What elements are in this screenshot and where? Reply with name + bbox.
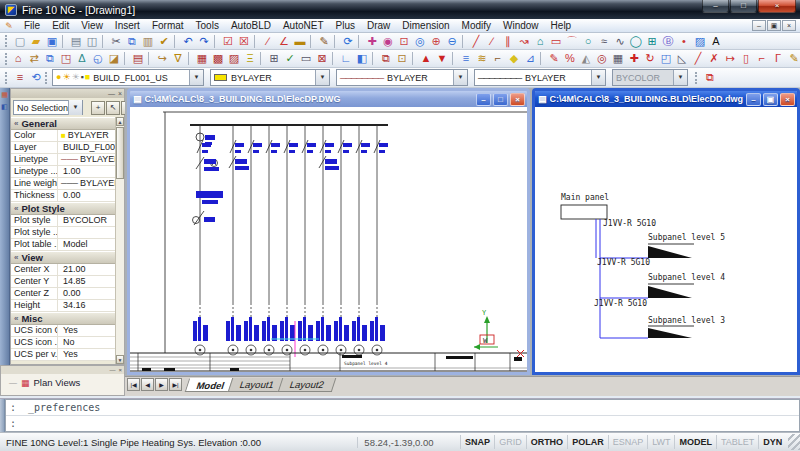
chevron-down-icon[interactable]: ▼ <box>68 100 82 115</box>
menu-item[interactable]: Window <box>497 19 545 32</box>
property-row[interactable]: Linetype ...1.00 <box>11 166 115 178</box>
property-row[interactable]: Center Y14.85 <box>11 276 115 288</box>
layer-on-bulb-icon[interactable]: ● <box>56 70 61 85</box>
layer-combo[interactable]: ●☀☀▪■ BUILD_FL001_US ▼ <box>52 69 204 86</box>
plan-views-item[interactable]: — ▦ Plan Views <box>1 374 124 388</box>
grid-icon[interactable]: ⊞ <box>266 51 282 66</box>
fillet-icon[interactable]: Γ <box>770 51 786 66</box>
status-toggle[interactable]: MODEL <box>674 435 716 449</box>
quick-select-plus-icon[interactable]: + <box>91 101 105 115</box>
wall-hatch1-icon[interactable]: ▦ <box>194 51 210 66</box>
maximize-button[interactable]: □ <box>730 0 757 13</box>
xline-tool-icon[interactable]: ∕ <box>484 34 500 49</box>
status-toggle[interactable]: ORTHO <box>526 435 568 449</box>
pipe-icon[interactable]: ⌐ <box>490 51 506 66</box>
zoom-out-icon[interactable]: ⊖ <box>444 34 460 49</box>
menu-item[interactable]: File <box>18 19 46 32</box>
section-general[interactable]: «General <box>11 117 115 130</box>
move-floor-icon[interactable]: ↪ <box>154 51 170 66</box>
tab-prev-button[interactable]: ◀ <box>141 378 154 391</box>
property-row[interactable]: Thickness0.00 <box>11 190 115 202</box>
wall-hatch3-icon[interactable]: ▨ <box>226 51 242 66</box>
property-row[interactable]: Plot table ...Model <box>11 239 115 251</box>
close-icon[interactable]: × <box>118 367 122 373</box>
palette-tab-icon[interactable]: ◧ <box>1 103 8 111</box>
mdi-minimize-icon[interactable]: – <box>752 20 766 31</box>
trim-icon[interactable]: ✗ <box>706 51 722 66</box>
building-definition-icon[interactable]: ⌂ <box>10 51 26 66</box>
minimize-button[interactable]: – <box>702 0 729 13</box>
child-close-button[interactable]: × <box>780 93 795 106</box>
wall-tool-icon[interactable]: ◳ <box>58 51 74 66</box>
blank-rect-icon[interactable]: ▭ <box>298 51 314 66</box>
menu-item[interactable]: AutoBLD <box>225 19 277 32</box>
property-row[interactable]: Plot styleBYCOLOR <box>11 215 115 227</box>
zoom-previous-icon[interactable]: ◎ <box>412 34 428 49</box>
menu-item[interactable]: Format <box>146 19 190 32</box>
mdi-close-icon[interactable]: × <box>782 20 796 31</box>
rotate-icon[interactable]: ↻ <box>642 51 658 66</box>
drawing-setup-icon[interactable]: ⇄ <box>26 51 42 66</box>
tab-next-button[interactable]: ▶ <box>155 378 168 391</box>
filter-icon[interactable]: ∇ <box>170 51 186 66</box>
plot-style-icon[interactable]: ☑ <box>220 34 236 49</box>
linetype-combo[interactable]: ──────── BYLAYER ▼ <box>336 69 468 86</box>
child-restore-button[interactable]: ▣ <box>763 93 778 106</box>
slab-tool-icon[interactable]: ▤ <box>130 51 146 66</box>
scroll-down-icon[interactable]: ▼ <box>116 355 124 364</box>
lengthen-icon[interactable]: ╱ <box>690 51 706 66</box>
layer-color-chip-icon[interactable]: ■ <box>85 70 90 85</box>
menu-item[interactable]: AutoNET <box>277 19 330 32</box>
chamfer-icon[interactable]: ⌐ <box>754 51 770 66</box>
layer-lock-icon[interactable]: ▪ <box>81 70 84 85</box>
stretch-icon[interactable]: ◺ <box>674 51 690 66</box>
coordinates-readout[interactable]: 58.24,-1.39,0.00 <box>357 437 460 448</box>
chevron-down-icon[interactable]: ▼ <box>189 70 203 85</box>
arc-tool-icon[interactable]: ⌒ <box>564 34 580 49</box>
child-restore-button[interactable]: □ <box>493 93 508 106</box>
ellipse-tool-icon[interactable]: ◯ <box>628 34 644 49</box>
section-misc[interactable]: «Misc <box>11 312 115 325</box>
level-up-icon[interactable]: ▲ <box>418 51 434 66</box>
zoom-realtime-icon[interactable]: ◉ <box>380 34 396 49</box>
child-close-button[interactable]: × <box>510 93 525 106</box>
menu-item[interactable]: Edit <box>46 19 75 32</box>
property-row[interactable]: Plot style ... <box>11 227 115 239</box>
spline-tool-icon[interactable]: ∿ <box>612 34 628 49</box>
make-block-icon[interactable]: Ⓑ <box>660 34 676 49</box>
library-icon[interactable]: ⊡ <box>394 51 410 66</box>
move-icon[interactable]: ✚ <box>626 51 642 66</box>
plot-style-manager-icon[interactable]: ⧉ <box>702 70 718 85</box>
menu-item[interactable]: Modify <box>456 19 497 32</box>
level-down-icon[interactable]: ▼ <box>434 51 450 66</box>
property-row[interactable]: UCS icon ...No <box>11 337 115 349</box>
layout-tab[interactable]: Layout2 <box>278 378 336 392</box>
print-preview-icon[interactable]: ◫ <box>84 34 100 49</box>
menu-item[interactable]: View <box>75 19 109 32</box>
match-properties-icon[interactable]: ✔ <box>156 34 172 49</box>
polygon-tool-icon[interactable]: ⌂ <box>532 34 548 49</box>
drawing-canvas-elecdp[interactable]: Y W <box>130 107 527 372</box>
drawing-window-elecdd[interactable]: ▤ C:\4M\CALC\8_3_BUILDING.BLD\ElecDD.dwg… <box>532 88 800 375</box>
status-toggle[interactable]: ESNAP <box>608 435 648 449</box>
layers-manager-icon[interactable]: ⧉ <box>42 51 58 66</box>
status-toggle[interactable]: LWT <box>647 435 674 449</box>
regen-icon[interactable]: ⟳ <box>340 34 356 49</box>
copy-object-icon[interactable]: % <box>562 51 578 66</box>
cell-edit-icon[interactable]: ⊠ <box>314 51 330 66</box>
child-minimize-button[interactable]: – <box>746 93 761 106</box>
selection-combo[interactable]: No Selection ▼ <box>13 100 83 115</box>
point-tool-icon[interactable]: • <box>676 34 692 49</box>
chevron-down-icon[interactable]: ▼ <box>453 70 467 85</box>
property-row[interactable]: Line weight───BYLAYER <box>11 178 115 190</box>
layer-freeze-viewport-icon[interactable]: ☀ <box>72 70 80 85</box>
scale-icon[interactable]: ◰ <box>658 51 674 66</box>
scroll-up-icon[interactable]: ▲ <box>116 117 124 126</box>
layer-freeze-sun-icon[interactable]: ☀ <box>62 70 70 85</box>
status-toggle[interactable]: DYN <box>758 435 786 449</box>
corner-wall-icon[interactable]: ∟ <box>338 51 354 66</box>
paste-icon[interactable]: ▥ <box>140 34 156 49</box>
layer-previous-icon[interactable]: ⟲ <box>28 70 44 85</box>
property-row[interactable]: Color■BYLAYER <box>11 130 115 142</box>
save-icon[interactable]: ▣ <box>44 34 60 49</box>
